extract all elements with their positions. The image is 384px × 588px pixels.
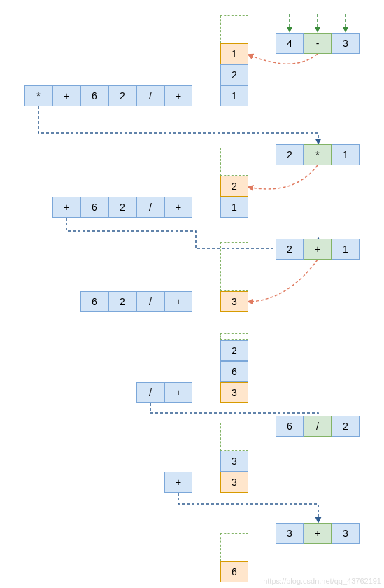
- stack-top-dash: [220, 333, 248, 340]
- stack-cell: 3: [220, 472, 248, 493]
- queue-cell: 6: [80, 291, 108, 312]
- queue-cell: +: [52, 85, 80, 106]
- queue-row: * + 6 2 / +: [24, 85, 192, 106]
- queue-cell: +: [164, 382, 192, 403]
- pop-cell: 3: [276, 523, 304, 544]
- queue-cell: 2: [108, 85, 136, 106]
- queue-row: + 6 2 / +: [52, 197, 192, 218]
- stack-cell: 6: [220, 561, 248, 582]
- stack-cell: 1: [220, 43, 248, 64]
- stack-top-dash: [220, 533, 248, 561]
- pop-cell: 2: [332, 416, 360, 437]
- stack-cell: 2: [220, 176, 248, 197]
- queue-cell: /: [136, 382, 164, 403]
- pop-cell: 1: [332, 144, 360, 165]
- stack-cell: 1: [220, 85, 248, 106]
- pop-cell: 4: [276, 33, 304, 54]
- queue-cell: /: [136, 85, 164, 106]
- stack-cell: 6: [220, 361, 248, 382]
- pop-op: +: [304, 239, 332, 260]
- stack-top-dash: [220, 15, 248, 43]
- pop-row: 3 + 3: [276, 523, 360, 544]
- stack-top-dash: [220, 148, 248, 176]
- pop-cell: 2: [276, 239, 304, 260]
- pop-op: *: [304, 144, 332, 165]
- queue-row: 6 2 / +: [80, 291, 192, 312]
- stack-top-dash: [220, 423, 248, 451]
- queue-cell: *: [24, 85, 52, 106]
- queue-cell: +: [164, 291, 192, 312]
- queue-row: / +: [136, 382, 192, 403]
- pop-op: +: [304, 523, 332, 544]
- queue-cell: +: [164, 85, 192, 106]
- stack-cell: 2: [220, 340, 248, 361]
- stack-top-dash: [220, 242, 248, 291]
- pop-cell: 1: [332, 239, 360, 260]
- queue-row: +: [164, 472, 192, 493]
- queue-cell: /: [136, 291, 164, 312]
- stack-cell: 3: [220, 291, 248, 312]
- pop-op: -: [304, 33, 332, 54]
- pop-row: 4 - 3: [276, 33, 360, 54]
- queue-cell: +: [164, 472, 192, 493]
- queue-cell: 6: [80, 197, 108, 218]
- stack-cell: 2: [220, 64, 248, 85]
- pop-cell: 6: [276, 416, 304, 437]
- queue-cell: +: [52, 197, 80, 218]
- stack-cell: 1: [220, 197, 248, 218]
- pop-cell: 2: [276, 144, 304, 165]
- stack-cell: 3: [220, 382, 248, 403]
- queue-cell: +: [164, 197, 192, 218]
- pop-op: /: [304, 416, 332, 437]
- queue-cell: /: [136, 197, 164, 218]
- pop-cell: 3: [332, 33, 360, 54]
- queue-cell: 2: [108, 291, 136, 312]
- pop-row: 6 / 2: [276, 416, 360, 437]
- pop-cell: 3: [332, 523, 360, 544]
- queue-cell: 2: [108, 197, 136, 218]
- watermark: https://blog.csdn.net/qq_43762191: [263, 577, 381, 585]
- stack-cell: 3: [220, 451, 248, 472]
- queue-cell: 6: [80, 85, 108, 106]
- pop-row: 2 * 1: [276, 144, 360, 165]
- pop-row: 2 + 1: [276, 239, 360, 260]
